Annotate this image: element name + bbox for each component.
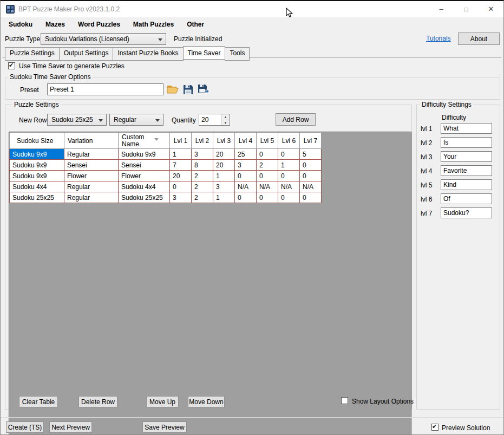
new-row-variation-dropdown[interactable]: Regular bbox=[109, 114, 163, 126]
table-row[interactable]: Sudoku 4x4 Regular Sudoku 4x4 0 2 3 N/A … bbox=[10, 181, 322, 192]
table-cell[interactable]: 3 bbox=[192, 149, 213, 160]
table-cell[interactable]: 20 bbox=[213, 149, 235, 160]
menu-sudoku[interactable]: Sudoku bbox=[9, 21, 39, 28]
table-cell[interactable]: Sudoku 25x25 bbox=[10, 192, 64, 203]
tutorials-link[interactable]: Tutorials bbox=[426, 35, 451, 42]
maximize-button[interactable]: □ bbox=[454, 1, 479, 17]
table-cell[interactable]: 1 bbox=[213, 171, 235, 181]
table-cell[interactable]: 0 bbox=[257, 149, 278, 160]
table-cell[interactable]: 2 bbox=[192, 181, 213, 192]
table-cell[interactable]: 0 bbox=[235, 192, 257, 203]
quantity-input[interactable] bbox=[199, 114, 221, 125]
tab-output-settings[interactable]: Output Settings bbox=[59, 47, 114, 61]
add-row-button[interactable]: Add Row bbox=[276, 113, 316, 126]
lvl7-input[interactable] bbox=[441, 207, 492, 218]
table-cell[interactable]: 0 bbox=[300, 171, 322, 181]
show-layout-options-checkbox[interactable] bbox=[341, 397, 348, 404]
table-cell[interactable]: Sudoku 9x9 bbox=[10, 160, 64, 171]
table-cell[interactable]: 3 bbox=[235, 160, 257, 171]
about-button[interactable]: About bbox=[458, 33, 500, 45]
table-cell[interactable]: Regular bbox=[64, 192, 119, 203]
save-preview-button[interactable]: Save Preview bbox=[142, 421, 187, 433]
spin-up-icon[interactable]: ▴ bbox=[221, 114, 230, 120]
table-cell[interactable]: 25 bbox=[235, 149, 257, 160]
table-row[interactable]: Sudoku 9x9 Sensei Sensei 7 8 20 3 2 1 0 bbox=[10, 160, 322, 171]
puzzle-table-area[interactable]: Sudoku Size Variation Custom Name Lvl 1 … bbox=[9, 132, 411, 435]
spin-down-icon[interactable]: ▾ bbox=[221, 120, 230, 126]
table-cell[interactable]: 1 bbox=[278, 160, 300, 171]
next-preview-button[interactable]: Next Preview bbox=[49, 421, 92, 433]
table-cell[interactable]: 2 bbox=[257, 160, 278, 171]
col-header-lvl5[interactable]: Lvl 5 bbox=[257, 133, 278, 149]
tab-instant-puzzle-books[interactable]: Instant Puzzle Books bbox=[113, 47, 183, 61]
table-cell[interactable]: 1 bbox=[170, 149, 192, 160]
tab-puzzle-settings[interactable]: Puzzle Settings bbox=[5, 47, 60, 61]
save-preset-as-button[interactable] bbox=[196, 82, 210, 96]
open-preset-button[interactable] bbox=[166, 82, 180, 96]
table-row[interactable]: Sudoku 9x9 Flower Flower 20 2 1 0 0 0 0 bbox=[10, 171, 322, 181]
table-cell[interactable]: 0 bbox=[257, 192, 278, 203]
table-row[interactable]: Sudoku 9x9 Regular Sudoku 9x9 1 3 20 25 … bbox=[10, 149, 322, 160]
table-cell[interactable]: Sudoku 4x4 bbox=[10, 181, 64, 192]
table-cell[interactable]: 0 bbox=[170, 181, 192, 192]
col-header-custom-name[interactable]: Custom Name bbox=[119, 133, 170, 149]
table-row[interactable]: Sudoku 25x25 Regular Sudoku 25x25 3 2 1 … bbox=[10, 192, 322, 203]
table-cell[interactable]: Flower bbox=[64, 171, 119, 181]
table-cell[interactable]: 5 bbox=[300, 149, 322, 160]
col-header-lvl6[interactable]: Lvl 6 bbox=[278, 133, 300, 149]
menu-mazes[interactable]: Mazes bbox=[39, 21, 71, 28]
save-preset-button[interactable] bbox=[181, 82, 195, 96]
col-header-variation[interactable]: Variation bbox=[64, 133, 119, 149]
col-header-lvl2[interactable]: Lvl 2 bbox=[192, 133, 213, 149]
table-cell[interactable]: 7 bbox=[170, 160, 192, 171]
table-cell[interactable]: N/A bbox=[235, 181, 257, 192]
new-row-size-dropdown[interactable]: Sudoku 25x25 bbox=[47, 114, 107, 126]
close-button[interactable]: ✕ bbox=[479, 1, 503, 17]
quantity-stepper[interactable]: ▴ ▾ bbox=[199, 114, 230, 126]
table-cell[interactable]: 2 bbox=[192, 192, 213, 203]
menu-math-puzzles[interactable]: Math Puzzles bbox=[127, 21, 180, 28]
table-cell[interactable]: Regular bbox=[64, 149, 119, 160]
move-down-button[interactable]: Move Down bbox=[188, 396, 225, 407]
lvl2-input[interactable] bbox=[441, 137, 492, 148]
table-cell[interactable]: N/A bbox=[257, 181, 278, 192]
table-cell[interactable]: N/A bbox=[300, 181, 322, 192]
table-cell[interactable]: 0 bbox=[257, 171, 278, 181]
table-cell[interactable]: 0 bbox=[300, 160, 322, 171]
title-bar[interactable]: BPT Puzzle Maker Pro v2023.1.0.2 – □ ✕ bbox=[1, 1, 503, 17]
col-header-lvl7[interactable]: Lvl 7 bbox=[300, 133, 322, 149]
table-cell[interactable]: 0 bbox=[278, 149, 300, 160]
table-cell[interactable]: Sensei bbox=[64, 160, 119, 171]
table-cell[interactable]: 3 bbox=[213, 181, 235, 192]
table-cell[interactable]: Sudoku 4x4 bbox=[119, 181, 170, 192]
move-up-button[interactable]: Move Up bbox=[146, 396, 179, 407]
table-cell[interactable]: Sudoku 25x25 bbox=[119, 192, 170, 203]
table-cell[interactable]: Flower bbox=[119, 171, 170, 181]
tab-time-saver[interactable]: Time Saver bbox=[183, 46, 226, 60]
use-time-saver-checkbox[interactable] bbox=[8, 62, 15, 69]
create-ts-button[interactable]: Create (TS) bbox=[6, 421, 44, 433]
delete-row-button[interactable]: Delete Row bbox=[78, 396, 117, 407]
table-cell[interactable]: 2 bbox=[192, 171, 213, 181]
table-cell[interactable]: 1 bbox=[213, 192, 235, 203]
tab-tools[interactable]: Tools bbox=[225, 47, 250, 61]
table-cell[interactable]: 0 bbox=[300, 192, 322, 203]
col-header-lvl1[interactable]: Lvl 1 bbox=[170, 133, 192, 149]
clear-table-button[interactable]: Clear Table bbox=[19, 396, 58, 407]
minimize-button[interactable]: – bbox=[429, 1, 454, 17]
col-header-lvl3[interactable]: Lvl 3 bbox=[213, 133, 235, 149]
table-cell[interactable]: N/A bbox=[278, 181, 300, 192]
col-header-lvl4[interactable]: Lvl 4 bbox=[235, 133, 257, 149]
table-cell-selected[interactable]: Sudoku 9x9 bbox=[10, 149, 64, 160]
lvl4-input[interactable] bbox=[441, 165, 492, 176]
preview-solution-checkbox[interactable] bbox=[431, 424, 438, 431]
lvl6-input[interactable] bbox=[441, 193, 492, 204]
table-cell[interactable]: Sudoku 9x9 bbox=[119, 149, 170, 160]
table-cell[interactable]: 20 bbox=[213, 160, 235, 171]
menu-word-puzzles[interactable]: Word Puzzles bbox=[71, 21, 127, 28]
puzzle-type-dropdown[interactable]: Sudoku Variations (Licensed) bbox=[41, 33, 166, 45]
lvl1-input[interactable] bbox=[441, 123, 492, 134]
menu-other[interactable]: Other bbox=[180, 21, 211, 28]
table-cell[interactable]: Regular bbox=[64, 181, 119, 192]
table-cell[interactable]: Sudoku 9x9 bbox=[10, 171, 64, 181]
